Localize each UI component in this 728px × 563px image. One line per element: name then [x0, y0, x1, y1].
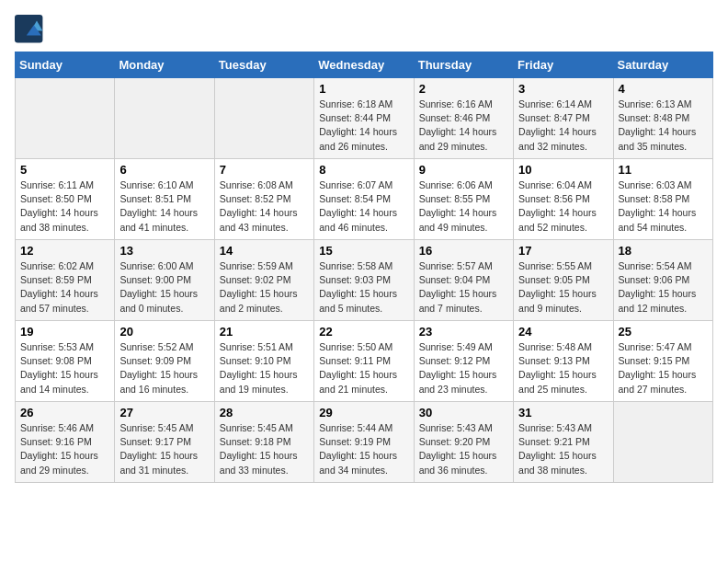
- calendar-cell: 11Sunrise: 6:03 AMSunset: 8:58 PMDayligh…: [613, 159, 712, 240]
- calendar-cell: 14Sunrise: 5:59 AMSunset: 9:02 PMDayligh…: [214, 240, 313, 321]
- calendar-cell: 10Sunrise: 6:04 AMSunset: 8:56 PMDayligh…: [514, 159, 613, 240]
- day-info: Sunrise: 6:18 AMSunset: 8:44 PMDaylight:…: [319, 98, 408, 154]
- day-number: 1: [319, 82, 408, 96]
- day-info: Sunrise: 5:43 AMSunset: 9:20 PMDaylight:…: [419, 421, 508, 477]
- day-number: 19: [20, 325, 109, 339]
- calendar-week-row: 19Sunrise: 5:53 AMSunset: 9:08 PMDayligh…: [16, 321, 713, 402]
- calendar-header: SundayMondayTuesdayWednesdayThursdayFrid…: [16, 52, 713, 78]
- day-info: Sunrise: 5:51 AMSunset: 9:10 PMDaylight:…: [220, 340, 309, 396]
- calendar-cell: 23Sunrise: 5:49 AMSunset: 9:12 PMDayligh…: [414, 321, 513, 402]
- calendar-cell: 13Sunrise: 6:00 AMSunset: 9:00 PMDayligh…: [115, 240, 214, 321]
- day-number: 4: [619, 82, 708, 96]
- day-number: 26: [20, 406, 109, 419]
- calendar-cell: 27Sunrise: 5:45 AMSunset: 9:17 PMDayligh…: [115, 402, 214, 483]
- calendar-cell: 30Sunrise: 5:43 AMSunset: 9:20 PMDayligh…: [414, 402, 513, 483]
- day-number: 5: [20, 163, 109, 177]
- weekday-header-tuesday: Tuesday: [214, 52, 313, 78]
- calendar-cell: 2Sunrise: 6:16 AMSunset: 8:46 PMDaylight…: [414, 78, 513, 159]
- day-number: 6: [119, 163, 209, 177]
- day-number: 3: [518, 82, 608, 96]
- day-info: Sunrise: 5:45 AMSunset: 9:18 PMDaylight:…: [220, 421, 309, 477]
- day-info: Sunrise: 6:16 AMSunset: 8:46 PMDaylight:…: [419, 98, 508, 154]
- calendar-body: 1Sunrise: 6:18 AMSunset: 8:44 PMDaylight…: [16, 78, 713, 483]
- day-info: Sunrise: 5:47 AMSunset: 9:15 PMDaylight:…: [619, 340, 708, 396]
- day-info: Sunrise: 6:14 AMSunset: 8:47 PMDaylight:…: [518, 98, 608, 154]
- day-info: Sunrise: 5:44 AMSunset: 9:19 PMDaylight:…: [319, 421, 408, 477]
- calendar-week-row: 1Sunrise: 6:18 AMSunset: 8:44 PMDaylight…: [16, 78, 713, 159]
- day-number: 7: [220, 163, 309, 177]
- day-number: 24: [518, 325, 608, 339]
- day-number: 18: [619, 244, 708, 258]
- weekday-header-thursday: Thursday: [414, 52, 513, 78]
- day-number: 2: [419, 82, 508, 96]
- day-info: Sunrise: 5:59 AMSunset: 9:02 PMDaylight:…: [220, 259, 309, 316]
- calendar-cell: 20Sunrise: 5:52 AMSunset: 9:09 PMDayligh…: [115, 321, 214, 402]
- day-info: Sunrise: 5:53 AMSunset: 9:08 PMDaylight:…: [20, 340, 109, 396]
- day-number: 20: [119, 325, 209, 339]
- weekday-header-friday: Friday: [514, 52, 613, 78]
- day-info: Sunrise: 5:48 AMSunset: 9:13 PMDaylight:…: [518, 340, 608, 396]
- day-info: Sunrise: 5:43 AMSunset: 9:21 PMDaylight:…: [518, 421, 608, 477]
- calendar-cell: 22Sunrise: 5:50 AMSunset: 9:11 PMDayligh…: [314, 321, 414, 402]
- calendar-cell: 5Sunrise: 6:11 AMSunset: 8:50 PMDaylight…: [16, 159, 115, 240]
- calendar-cell: 26Sunrise: 5:46 AMSunset: 9:16 PMDayligh…: [16, 402, 115, 483]
- calendar-cell: [613, 402, 712, 483]
- calendar-cell: 18Sunrise: 5:54 AMSunset: 9:06 PMDayligh…: [613, 240, 712, 321]
- day-info: Sunrise: 5:46 AMSunset: 9:16 PMDaylight:…: [20, 421, 109, 477]
- day-number: 8: [319, 163, 408, 177]
- calendar-cell: 29Sunrise: 5:44 AMSunset: 9:19 PMDayligh…: [314, 402, 414, 483]
- weekday-header-sunday: Sunday: [16, 52, 115, 78]
- calendar-cell: [16, 78, 115, 159]
- calendar-cell: 6Sunrise: 6:10 AMSunset: 8:51 PMDaylight…: [115, 159, 214, 240]
- calendar-cell: 9Sunrise: 6:06 AMSunset: 8:55 PMDaylight…: [414, 159, 513, 240]
- calendar-cell: 28Sunrise: 5:45 AMSunset: 9:18 PMDayligh…: [214, 402, 313, 483]
- calendar-cell: 21Sunrise: 5:51 AMSunset: 9:10 PMDayligh…: [214, 321, 313, 402]
- calendar-table: SundayMondayTuesdayWednesdayThursdayFrid…: [15, 52, 713, 483]
- calendar-cell: 16Sunrise: 5:57 AMSunset: 9:04 PMDayligh…: [414, 240, 513, 321]
- calendar-cell: 17Sunrise: 5:55 AMSunset: 9:05 PMDayligh…: [514, 240, 613, 321]
- day-info: Sunrise: 6:02 AMSunset: 8:59 PMDaylight:…: [20, 259, 109, 316]
- day-number: 22: [319, 325, 408, 339]
- calendar-cell: 8Sunrise: 6:07 AMSunset: 8:54 PMDaylight…: [314, 159, 414, 240]
- calendar-cell: 7Sunrise: 6:08 AMSunset: 8:52 PMDaylight…: [214, 159, 313, 240]
- logo: [15, 15, 48, 44]
- day-number: 23: [419, 325, 508, 339]
- day-info: Sunrise: 6:11 AMSunset: 8:50 PMDaylight:…: [20, 178, 109, 235]
- day-info: Sunrise: 5:50 AMSunset: 9:11 PMDaylight:…: [319, 340, 408, 396]
- day-number: 25: [619, 325, 708, 339]
- day-number: 13: [119, 244, 209, 258]
- calendar-cell: 31Sunrise: 5:43 AMSunset: 9:21 PMDayligh…: [514, 402, 613, 483]
- day-info: Sunrise: 5:49 AMSunset: 9:12 PMDaylight:…: [419, 340, 508, 396]
- day-info: Sunrise: 5:45 AMSunset: 9:17 PMDaylight:…: [119, 421, 209, 477]
- calendar-cell: 12Sunrise: 6:02 AMSunset: 8:59 PMDayligh…: [16, 240, 115, 321]
- day-number: 9: [419, 163, 508, 177]
- day-info: Sunrise: 5:57 AMSunset: 9:04 PMDaylight:…: [419, 259, 508, 316]
- weekday-header-wednesday: Wednesday: [314, 52, 414, 78]
- day-number: 10: [518, 163, 608, 177]
- calendar-cell: 24Sunrise: 5:48 AMSunset: 9:13 PMDayligh…: [514, 321, 613, 402]
- calendar-cell: 3Sunrise: 6:14 AMSunset: 8:47 PMDaylight…: [514, 78, 613, 159]
- calendar-cell: 25Sunrise: 5:47 AMSunset: 9:15 PMDayligh…: [613, 321, 712, 402]
- day-number: 31: [518, 406, 608, 419]
- day-info: Sunrise: 5:54 AMSunset: 9:06 PMDaylight:…: [619, 259, 708, 316]
- day-info: Sunrise: 6:06 AMSunset: 8:55 PMDaylight:…: [419, 178, 508, 235]
- day-info: Sunrise: 6:13 AMSunset: 8:48 PMDaylight:…: [619, 98, 708, 154]
- day-number: 29: [319, 406, 408, 419]
- calendar-week-row: 26Sunrise: 5:46 AMSunset: 9:16 PMDayligh…: [16, 402, 713, 483]
- day-number: 14: [220, 244, 309, 258]
- weekday-header-saturday: Saturday: [613, 52, 712, 78]
- day-info: Sunrise: 5:52 AMSunset: 9:09 PMDaylight:…: [119, 340, 209, 396]
- logo-icon: [15, 15, 44, 44]
- day-info: Sunrise: 5:58 AMSunset: 9:03 PMDaylight:…: [319, 259, 408, 316]
- day-info: Sunrise: 6:07 AMSunset: 8:54 PMDaylight:…: [319, 178, 408, 235]
- calendar-week-row: 12Sunrise: 6:02 AMSunset: 8:59 PMDayligh…: [16, 240, 713, 321]
- day-number: 17: [518, 244, 608, 258]
- page-header: [15, 15, 713, 44]
- weekday-header-monday: Monday: [115, 52, 214, 78]
- day-number: 11: [619, 163, 708, 177]
- day-number: 27: [119, 406, 209, 419]
- calendar-cell: 1Sunrise: 6:18 AMSunset: 8:44 PMDaylight…: [314, 78, 414, 159]
- day-info: Sunrise: 6:08 AMSunset: 8:52 PMDaylight:…: [220, 178, 309, 235]
- calendar-cell: 4Sunrise: 6:13 AMSunset: 8:48 PMDaylight…: [613, 78, 712, 159]
- day-number: 21: [220, 325, 309, 339]
